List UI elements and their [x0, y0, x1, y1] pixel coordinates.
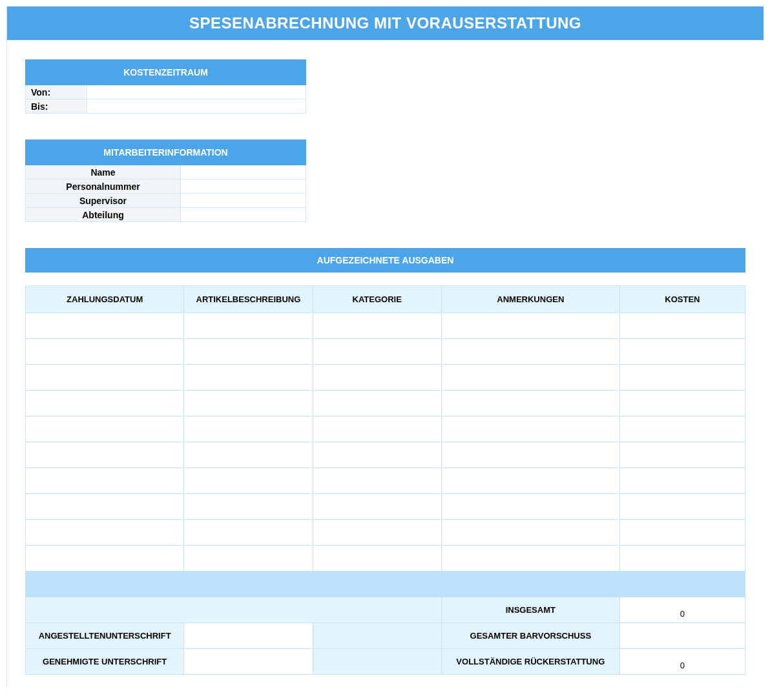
sig-empty	[313, 623, 441, 649]
reimbursement-label: VOLLSTÄNDIGE RÜCKERSTATTUNG	[441, 649, 619, 675]
expense-date-input[interactable]	[26, 494, 184, 520]
period-from-row: Von:	[26, 85, 306, 99]
employee-name-row: Name	[26, 165, 306, 180]
employee-department-label: Abteilung	[26, 208, 181, 222]
expense-cat-input[interactable]	[313, 520, 441, 546]
expense-row	[26, 494, 745, 520]
expense-cost-input[interactable]	[619, 468, 745, 494]
employee-name-input[interactable]	[181, 165, 306, 180]
expense-cat-input[interactable]	[313, 313, 441, 339]
expense-row	[26, 365, 745, 391]
employee-number-label: Personalnummer	[26, 180, 181, 194]
expense-notes-input[interactable]	[441, 313, 619, 339]
expense-date-input[interactable]	[26, 339, 184, 365]
employee-number-input[interactable]	[181, 180, 306, 194]
expense-notes-input[interactable]	[441, 391, 619, 417]
expense-row	[26, 417, 745, 442]
expense-cost-input[interactable]	[619, 494, 745, 520]
expense-date-input[interactable]	[26, 365, 184, 391]
expense-row	[26, 468, 745, 494]
spacer-row	[26, 571, 745, 597]
period-from-label: Von:	[26, 85, 87, 99]
expense-cat-input[interactable]	[313, 442, 441, 468]
expense-cat-input[interactable]	[313, 494, 441, 520]
employee-supervisor-row: Supervisor	[26, 194, 306, 208]
expense-notes-input[interactable]	[441, 494, 619, 520]
total-row: INSGESAMT 0	[26, 597, 745, 623]
sig-empty2	[313, 649, 441, 675]
advance-input[interactable]	[619, 623, 745, 649]
cost-period-header: KOSTENZEITRAUM	[26, 60, 306, 85]
expense-notes-input[interactable]	[441, 520, 619, 546]
expense-cost-input[interactable]	[619, 520, 745, 546]
employee-info-header: MITARBEITERINFORMATION	[26, 140, 306, 165]
expense-date-input[interactable]	[26, 442, 184, 468]
employee-supervisor-input[interactable]	[181, 194, 306, 208]
total-value: 0	[619, 597, 745, 623]
employee-number-row: Personalnummer	[26, 180, 306, 194]
expense-notes-input[interactable]	[441, 468, 619, 494]
approved-sig-input[interactable]	[184, 649, 313, 675]
expense-date-input[interactable]	[26, 391, 184, 417]
employee-sig-input[interactable]	[184, 623, 313, 649]
reimbursement-value: 0	[619, 649, 745, 675]
expense-date-input[interactable]	[26, 520, 184, 546]
employee-supervisor-label: Supervisor	[26, 194, 181, 208]
expense-date-input[interactable]	[26, 417, 184, 442]
expense-cost-input[interactable]	[619, 313, 745, 339]
period-to-row: Bis:	[26, 99, 306, 114]
employee-department-input[interactable]	[181, 208, 306, 222]
expense-notes-input[interactable]	[441, 365, 619, 391]
expense-table: ZAHLUNGSDATUM ARTIKELBESCHREIBUNG KATEGO…	[25, 285, 745, 675]
expense-notes-input[interactable]	[441, 417, 619, 442]
expense-desc-input[interactable]	[184, 442, 313, 468]
cost-period-table: KOSTENZEITRAUM Von: Bis:	[25, 59, 306, 114]
period-from-input[interactable]	[87, 85, 306, 99]
approved-signature-row: GENEHMIGTE UNTERSCHRIFT VOLLSTÄNDIGE RÜC…	[26, 649, 745, 675]
expense-cost-input[interactable]	[619, 417, 745, 442]
expense-report-form: SPESENABRECHNUNG MIT VORAUSERSTATTUNG KO…	[6, 6, 764, 688]
expense-notes-input[interactable]	[441, 339, 619, 365]
employee-name-label: Name	[26, 165, 181, 180]
expense-cat-input[interactable]	[313, 468, 441, 494]
expense-desc-input[interactable]	[184, 339, 313, 365]
approved-sig-label: GENEHMIGTE UNTERSCHRIFT	[26, 649, 184, 675]
expense-desc-input[interactable]	[184, 417, 313, 442]
expense-row	[26, 313, 745, 339]
expense-cat-input[interactable]	[313, 546, 441, 571]
expense-desc-input[interactable]	[184, 313, 313, 339]
period-to-label: Bis:	[26, 99, 87, 114]
expense-cat-input[interactable]	[313, 417, 441, 442]
expense-cat-input[interactable]	[313, 391, 441, 417]
expense-row	[26, 391, 745, 417]
expense-desc-input[interactable]	[184, 391, 313, 417]
expense-date-input[interactable]	[26, 546, 184, 571]
expense-notes-input[interactable]	[441, 442, 619, 468]
expense-cost-input[interactable]	[619, 442, 745, 468]
col-description-header: ARTIKELBESCHREIBUNG	[184, 286, 313, 313]
expense-cat-input[interactable]	[313, 365, 441, 391]
expense-cost-input[interactable]	[619, 391, 745, 417]
expense-desc-input[interactable]	[184, 546, 313, 571]
expense-cost-input[interactable]	[619, 365, 745, 391]
expense-desc-input[interactable]	[184, 494, 313, 520]
expense-cat-input[interactable]	[313, 339, 441, 365]
page-title: SPESENABRECHNUNG MIT VORAUSERSTATTUNG	[7, 6, 764, 40]
expense-desc-input[interactable]	[184, 365, 313, 391]
expense-desc-input[interactable]	[184, 468, 313, 494]
employee-sig-label: ANGESTELLTENUNTERSCHRIFT	[26, 623, 184, 649]
expense-cost-input[interactable]	[619, 546, 745, 571]
employee-info-table: MITARBEITERINFORMATION Name Personalnumm…	[25, 139, 306, 222]
expense-date-input[interactable]	[26, 468, 184, 494]
expense-date-input[interactable]	[26, 313, 184, 339]
expense-row	[26, 520, 745, 546]
expense-notes-input[interactable]	[441, 546, 619, 571]
content-area: KOSTENZEITRAUM Von: Bis: MITARBEITERINFO…	[7, 40, 764, 675]
expense-cost-input[interactable]	[619, 339, 745, 365]
employee-signature-row: ANGESTELLTENUNTERSCHRIFT GESAMTER BARVOR…	[26, 623, 745, 649]
col-cost-header: KOSTEN	[619, 286, 745, 313]
total-label: INSGESAMT	[441, 597, 619, 623]
period-to-input[interactable]	[87, 99, 306, 114]
expense-row	[26, 442, 745, 468]
expense-desc-input[interactable]	[184, 520, 313, 546]
